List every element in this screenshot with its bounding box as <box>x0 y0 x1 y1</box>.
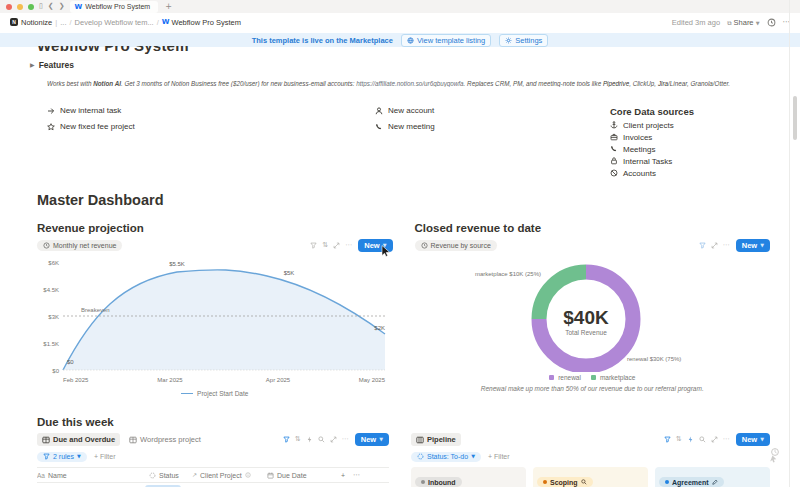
browser-tab-bar: ▯ ❮ ❯ W Webflow Pro System + <box>0 0 800 14</box>
sort-icon[interactable]: ⇅ <box>322 242 328 249</box>
tab-pipeline[interactable]: Pipeline <box>411 433 461 446</box>
link-new-internal-task[interactable]: New internal task <box>47 106 375 115</box>
affiliate-link[interactable]: https://affiliate.notion.so/ur6gbuygowfa <box>356 80 463 87</box>
more-icon[interactable]: ⋯ <box>345 242 352 249</box>
link-new-meeting[interactable]: New meeting <box>375 122 610 131</box>
more-icon[interactable]: ⋯ <box>723 436 730 443</box>
column-header-status[interactable]: Status <box>149 472 192 479</box>
filter-icon[interactable] <box>664 436 671 443</box>
tab-due-and-overdue[interactable]: Due and Overdue <box>37 433 120 446</box>
group-pill-scoping[interactable]: Scoping <box>537 477 593 487</box>
table-icon <box>129 436 137 444</box>
notion-header: N Notionize | ... / Develop Webflow tem.… <box>0 13 800 31</box>
status-icon <box>149 472 156 479</box>
table-first-row-partial[interactable] <box>37 483 389 487</box>
due-week-new-button[interactable]: New▼ <box>355 433 389 446</box>
expand-icon[interactable] <box>711 242 718 249</box>
svg-text:$5.5K: $5.5K <box>169 261 185 267</box>
link-invoices[interactable]: Invoices <box>610 133 770 141</box>
phone-icon <box>610 145 618 153</box>
link-client-projects[interactable]: Client projects <box>610 121 770 129</box>
template-settings-button[interactable]: Settings <box>499 34 548 47</box>
group-pill-inbound[interactable]: Inbound <box>415 477 462 487</box>
scrollbar-thumb[interactable] <box>793 96 797 140</box>
add-filter-button[interactable]: + Filter <box>488 453 510 460</box>
toggle-triangle-icon: ▶ <box>30 62 35 68</box>
closed-toolbar: ⋯ <box>699 242 730 249</box>
intro-text: Works best with Notion AI. Get 3 months … <box>47 80 794 87</box>
donut-caption: Renewal make up more than 50% of our rev… <box>415 385 771 392</box>
expand-icon[interactable] <box>330 436 337 443</box>
sort-icon[interactable]: ⇅ <box>676 436 682 443</box>
browser-tab[interactable]: W Webflow Pro System <box>70 1 159 13</box>
more-icon[interactable]: ⋯ <box>723 242 730 249</box>
pipeline-new-button[interactable]: New▼ <box>736 433 770 446</box>
link-new-fixed-fee-project[interactable]: New fixed fee project <box>47 122 375 131</box>
svg-text:renewal $30K (75%): renewal $30K (75%) <box>627 356 681 362</box>
share-button[interactable]: ⧉ Share ▼ <box>727 18 759 27</box>
rules-filter-chip[interactable]: 2 rules ▼ <box>37 452 87 462</box>
column-header-client-project[interactable]: ↗ Client Project <box>192 472 267 479</box>
features-toggle[interactable]: ▶ Features <box>30 60 74 70</box>
core-data-sources: Core Data sources Client projects Invoic… <box>610 106 770 181</box>
status-filter-chip[interactable]: Status: To-do ▼ <box>411 452 481 462</box>
jira-link[interactable]: Jira <box>658 80 668 87</box>
minimize-window-button[interactable] <box>17 4 23 10</box>
zoom-window-button[interactable] <box>28 4 34 10</box>
view-pill-revenue-by-source[interactable]: Revenue by source <box>415 240 497 251</box>
person-icon <box>375 107 383 115</box>
svg-text:Total Revenue: Total Revenue <box>565 329 607 336</box>
svg-text:$1.5K: $1.5K <box>43 341 59 347</box>
table-icon <box>42 436 50 444</box>
svg-text:May 2025: May 2025 <box>359 377 386 383</box>
svg-text:Breakeven: Breakeven <box>81 307 110 313</box>
gear-icon <box>505 37 512 44</box>
board-icon <box>416 436 424 444</box>
quick-links-col1: New internal task New fixed fee project <box>47 106 375 181</box>
zap-icon[interactable] <box>306 436 313 443</box>
notion-app-window: ▯ ❮ ❯ W Webflow Pro System + N Notionize… <box>0 0 800 487</box>
more-icon[interactable]: ⋯ <box>342 436 349 443</box>
closed-revenue-title: Closed revenue to date <box>415 222 771 234</box>
tab-wordpress-project[interactable]: Wordpress project <box>124 433 206 446</box>
revenue-chart-legend: Project Start Date <box>37 390 393 397</box>
header-more-icon[interactable]: ⋯ <box>353 472 360 479</box>
comments-icon[interactable] <box>767 18 776 27</box>
closed-new-button[interactable]: New▼ <box>736 239 770 252</box>
new-tab-button[interactable]: + <box>165 3 172 11</box>
filter-icon[interactable] <box>310 242 317 249</box>
zap-icon[interactable] <box>687 436 694 443</box>
pipedrive-link[interactable]: Pipedrive <box>603 80 629 87</box>
sort-icon[interactable]: ⇅ <box>295 436 301 443</box>
link-accounts[interactable]: Accounts <box>610 169 770 177</box>
column-header-due-date[interactable]: Due Date <box>267 472 341 479</box>
add-filter-button[interactable]: + Filter <box>94 453 116 460</box>
board-column-inbound: Inbound Design and development of new la… <box>411 467 526 487</box>
view-pill-monthly-net-revenue[interactable]: Monthly net revenue <box>37 240 122 251</box>
sidebar-toggle-icon[interactable]: ▯ <box>39 3 43 10</box>
breadcrumb-current[interactable]: Webflow Pro System <box>171 18 240 27</box>
add-column-button[interactable]: + <box>341 472 345 479</box>
revenue-projection-section: Revenue projection Monthly net revenue ⇅… <box>37 222 393 397</box>
view-template-listing-button[interactable]: View template listing <box>401 34 491 47</box>
close-window-button[interactable] <box>6 4 12 10</box>
expand-icon[interactable] <box>333 242 340 249</box>
due-week-toolbar: ⇅ ⋯ <box>283 436 349 443</box>
forward-icon[interactable]: ❯ <box>59 3 65 10</box>
search-icon[interactable] <box>699 436 706 443</box>
filter-icon[interactable] <box>699 242 706 249</box>
search-icon[interactable] <box>318 436 325 443</box>
link-internal-tasks[interactable]: Internal Tasks <box>610 157 770 165</box>
webflow-page-icon: W <box>162 18 170 26</box>
link-meetings[interactable]: Meetings <box>610 145 770 153</box>
back-icon[interactable]: ❮ <box>48 3 54 10</box>
breadcrumb-workspace[interactable]: Notionize <box>21 18 52 27</box>
filter-icon[interactable] <box>283 436 290 443</box>
phone-icon <box>375 123 383 131</box>
breadcrumb-parent[interactable]: Develop Webflow tem... <box>75 18 154 27</box>
expand-icon[interactable] <box>711 436 718 443</box>
breadcrumb-ellipsis[interactable]: ... <box>60 18 66 27</box>
group-pill-agreement[interactable]: Agreement <box>659 477 724 487</box>
link-new-account[interactable]: New account <box>375 106 610 115</box>
column-header-name[interactable]: AaName <box>37 472 149 479</box>
